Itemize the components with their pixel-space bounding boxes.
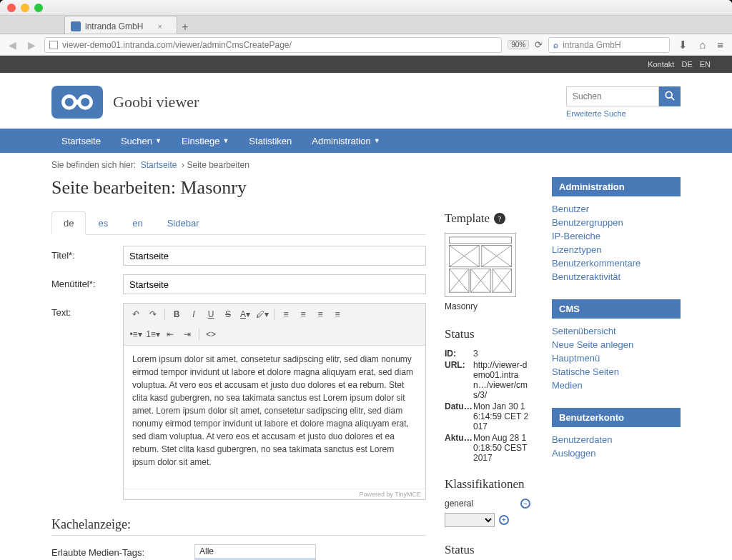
source-icon[interactable]: <> (203, 326, 219, 342)
sidebox-konto-title: Benutzerkonto (552, 408, 681, 427)
bgcolor-icon[interactable]: 🖊▾ (254, 306, 270, 322)
status2-heading: Status (445, 543, 530, 557)
status-url-key: URL: (445, 360, 473, 400)
main-column: Seite bearbeiten: Masonry de es en Sideb… (51, 177, 530, 560)
sidebar-item-statische[interactable]: Statische Seiten (552, 366, 619, 377)
svg-rect-4 (449, 237, 511, 244)
search-input[interactable] (566, 86, 659, 106)
nav-start[interactable]: Startseite (51, 129, 111, 153)
outdent-icon[interactable]: ⇤ (162, 326, 178, 342)
title-input[interactable] (123, 246, 426, 266)
align-left-icon[interactable]: ≡ (278, 306, 294, 322)
template-name: Masonry (445, 301, 530, 311)
nav-suchen[interactable]: Suchen▼ (111, 129, 172, 153)
contact-link[interactable]: Kontakt (648, 60, 674, 69)
status-heading: Status (445, 327, 530, 341)
sidebar-item-kommentare[interactable]: Benutzerkommentare (552, 258, 640, 269)
tab-es[interactable]: es (86, 211, 120, 234)
browser-search-field[interactable]: ⌕ intranda GmbH (548, 37, 670, 53)
url-field[interactable]: viewer-demo01.intranda.com/viewer/adminC… (44, 37, 502, 53)
remove-klass-button[interactable]: − (520, 499, 530, 509)
menu-icon[interactable]: ≡ (714, 39, 726, 51)
sidebar-item-benutzer[interactable]: Benutzer (552, 204, 589, 214)
site-search: Erweiterte Suche (566, 86, 681, 118)
editor-footer: Powered by TinyMCE (124, 489, 425, 499)
advanced-search-link[interactable]: Erweiterte Suche (566, 109, 626, 118)
home-icon[interactable]: ⌂ (696, 39, 708, 51)
sidebox-admin-title: Administration (552, 177, 681, 196)
redo-icon[interactable]: ↷ (145, 306, 161, 322)
textcolor-icon[interactable]: A▾ (237, 306, 253, 322)
number-list-icon[interactable]: 1≡▾ (145, 326, 161, 342)
nav-admin[interactable]: Administration▼ (302, 129, 390, 153)
align-center-icon[interactable]: ≡ (295, 306, 311, 322)
media-tags-label: Erlaubte Medien-Tags: (51, 544, 180, 558)
logo-icon[interactable] (51, 86, 103, 119)
sidebox-admin: Administration Benutzer Benutzergruppen … (552, 177, 681, 284)
underline-icon[interactable]: U (203, 306, 219, 322)
option-alle[interactable]: Alle (195, 545, 315, 558)
page-icon (49, 41, 58, 49)
chevron-down-icon: ▼ (222, 137, 229, 144)
sidebar-item-neue-seite[interactable]: Neue Seite anlegen (552, 339, 633, 350)
sidebar-item-benutzergruppen[interactable]: Benutzergruppen (552, 217, 623, 228)
browser-tab-bar: intranda GmbH × + (0, 16, 732, 34)
bullet-list-icon[interactable]: •≡▾ (128, 326, 144, 342)
tab-sidebar[interactable]: Sidebar (155, 211, 212, 234)
browser-toolbar: ◀ ▶ viewer-demo01.intranda.com/viewer/ad… (0, 34, 732, 56)
zoom-level[interactable]: 90% (508, 40, 529, 49)
menutitle-input[interactable] (123, 274, 426, 294)
klass-select[interactable] (445, 513, 495, 527)
nav-einstiege[interactable]: Einstiege▼ (172, 129, 239, 153)
template-thumbnail[interactable] (445, 233, 516, 297)
menutitle-label: Menütitel*: (51, 274, 123, 289)
align-right-icon[interactable]: ≡ (312, 306, 328, 322)
indent-icon[interactable]: ⇥ (179, 326, 195, 342)
svg-point-2 (666, 91, 672, 98)
close-tab-icon[interactable]: × (157, 22, 162, 31)
sidebox-cms: CMS Seitenübersicht Neue Seite anlegen H… (552, 299, 681, 392)
new-tab-button[interactable]: + (177, 21, 193, 34)
status-aktu-val: Mon Aug 28 10:18:50 CEST 2017 (473, 433, 530, 463)
help-icon[interactable]: ? (494, 213, 505, 224)
bold-icon[interactable]: B (169, 306, 184, 322)
media-tags-select[interactable]: Alle index test total tmp (194, 544, 316, 560)
lang-en[interactable]: EN (700, 60, 711, 69)
tab-de[interactable]: de (51, 211, 86, 235)
sidebar-item-benutzerdaten[interactable]: Benutzerdaten (552, 434, 613, 445)
main-nav: Startseite Suchen▼ Einstiege▼ Statistike… (0, 129, 732, 153)
minimize-window-icon[interactable] (21, 4, 29, 12)
download-icon[interactable]: ⬇ (676, 39, 691, 51)
forward-button[interactable]: ▶ (25, 39, 39, 51)
reload-button[interactable]: ⟳ (535, 39, 543, 50)
sidebar-item-ipbereiche[interactable]: IP-Bereiche (552, 231, 600, 241)
add-klass-button[interactable]: + (499, 515, 509, 525)
align-justify-icon[interactable]: ≡ (330, 306, 345, 322)
tab-en[interactable]: en (120, 211, 154, 234)
browser-tab[interactable]: intranda GmbH × (64, 16, 177, 34)
svg-point-1 (79, 96, 92, 109)
sidebox-cms-title: CMS (552, 299, 681, 319)
window-titlebar (0, 0, 732, 16)
sidebar-item-medien[interactable]: Medien (552, 380, 583, 391)
nav-statistiken[interactable]: Statistiken (239, 129, 302, 153)
sidebar-item-seitenuebersicht[interactable]: Seitenübersicht (552, 326, 616, 336)
undo-icon[interactable]: ↶ (128, 306, 144, 322)
sidebar-item-aktivitaet[interactable]: Benutzeraktivität (552, 271, 620, 282)
strike-icon[interactable]: S (220, 306, 236, 322)
sidebar-item-hauptmenue[interactable]: Hauptmenü (552, 353, 600, 364)
lang-de[interactable]: DE (681, 60, 692, 69)
breadcrumb-home[interactable]: Startseite (141, 160, 177, 170)
sidebar-item-lizenztypen[interactable]: Lizenztypen (552, 244, 601, 255)
breadcrumb-current: Seite bearbeiten (187, 160, 249, 170)
maximize-window-icon[interactable] (34, 4, 43, 12)
back-button[interactable]: ◀ (6, 39, 19, 51)
status-datum-val: Mon Jan 30 16:14:59 CET 2017 (473, 401, 530, 431)
svg-point-0 (63, 96, 75, 109)
search-button[interactable] (659, 86, 681, 106)
browser-window: intranda GmbH × + ◀ ▶ viewer-demo01.intr… (0, 0, 732, 560)
close-window-icon[interactable] (7, 4, 16, 12)
sidebar-item-ausloggen[interactable]: Ausloggen (552, 448, 595, 459)
editor-body[interactable]: Lorem ipsum dolor sit amet, consetetur s… (124, 346, 425, 489)
italic-icon[interactable]: I (186, 306, 202, 322)
